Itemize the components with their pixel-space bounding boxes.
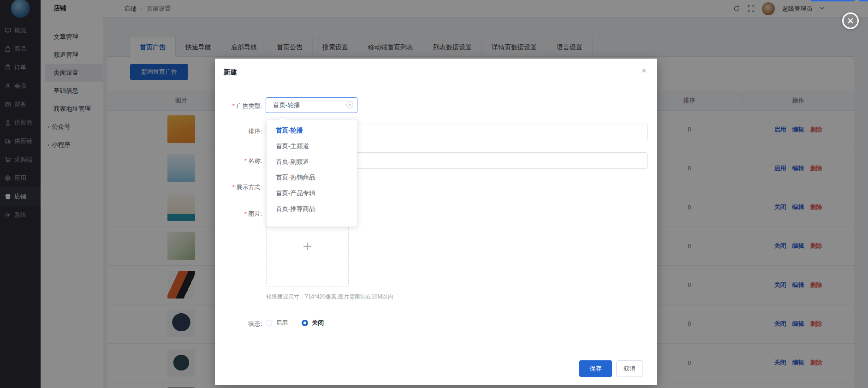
dialog-title: 新建 xyxy=(224,68,237,77)
dropdown-option-main-channel[interactable]: 首页-主频道 xyxy=(267,138,357,154)
ad-type-selected-value: 首页-轮播 xyxy=(273,98,300,112)
dialog-close-icon[interactable]: × xyxy=(638,65,649,76)
radio-label: 关闭 xyxy=(312,319,324,327)
upload-hint-text: 轮播建议尺寸：714*420像素,图片需限制在10M以内 xyxy=(266,293,393,301)
top-bar-decoration xyxy=(859,0,868,1)
dropdown-option-product-album[interactable]: 首页-产品专辑 xyxy=(267,185,357,201)
dropdown-arrow xyxy=(279,116,286,123)
status-radio-enable[interactable]: 启用 xyxy=(266,319,288,327)
status-radio-group: 启用 关闭 xyxy=(266,319,338,327)
cancel-button[interactable]: 取消 xyxy=(616,360,643,377)
floating-close-button[interactable]: ✕ xyxy=(842,12,859,29)
plus-icon: + xyxy=(303,238,312,254)
status-radio-disable[interactable]: 关闭 xyxy=(302,319,324,327)
app-root: 概况 商品 订单 会员 财务 供应商 xyxy=(0,0,868,388)
status-label: 状态: xyxy=(215,320,262,328)
dropdown-option-sub-channel[interactable]: 首页-副频道 xyxy=(267,154,357,170)
save-button[interactable]: 保存 xyxy=(579,360,612,377)
dialog-footer: 保存 取消 xyxy=(215,360,657,377)
image-label: 图片: xyxy=(215,210,262,218)
radio-checked-icon xyxy=(302,320,308,326)
ad-type-label: 广告类型: xyxy=(215,102,262,110)
display-mode-label: 展示方式: xyxy=(215,183,262,191)
sort-label: 排序: xyxy=(215,127,262,136)
new-ad-dialog: 新建 × 广告类型: 首页-轮播 ✕ 排序: 名称: 展示方式: 图片: + 轮… xyxy=(215,59,657,385)
dropdown-option-hot-goods[interactable]: 首页-热销商品 xyxy=(267,170,357,185)
top-bar-decoration xyxy=(811,0,855,1)
ad-type-dropdown: 首页-轮播 首页-主频道 首页-副频道 首页-热销商品 首页-产品专辑 首页-推… xyxy=(266,119,357,227)
dropdown-option-recommended-goods[interactable]: 首页-推荐商品 xyxy=(267,201,357,217)
radio-label: 启用 xyxy=(276,319,288,327)
dropdown-option-carousel[interactable]: 首页-轮播 xyxy=(267,123,357,138)
clear-selection-icon[interactable]: ✕ xyxy=(346,101,353,108)
name-label: 名称: xyxy=(215,157,262,165)
radio-icon xyxy=(266,320,272,326)
ad-type-select[interactable]: 首页-轮播 ✕ xyxy=(266,97,357,113)
